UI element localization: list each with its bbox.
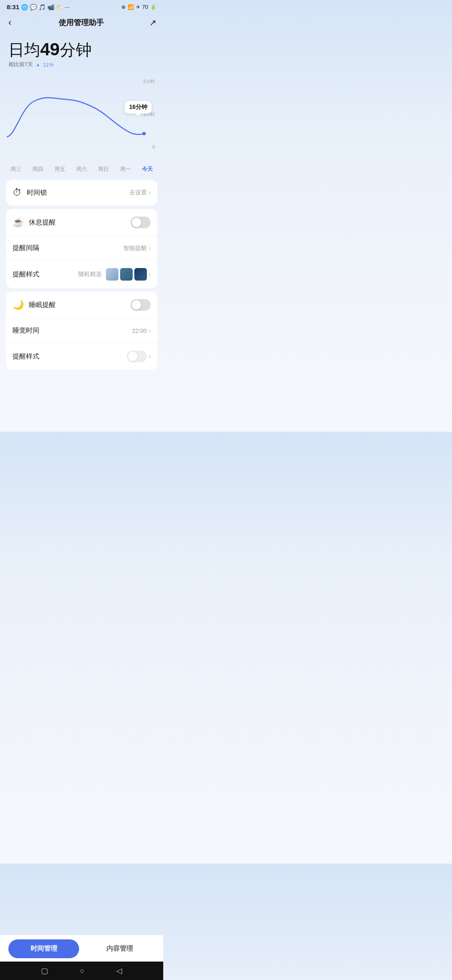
page-title: 使用管理助手 [59, 18, 104, 28]
stats-compare: 相比前7天 ▲ 11% [8, 61, 155, 68]
day-sun: 周日 [98, 165, 109, 173]
interval-row[interactable]: 提醒间隔 智能提醒 › [6, 236, 157, 260]
day-today: 今天 [142, 165, 153, 173]
time-lock-icon: ⏱ [13, 187, 22, 198]
airplane-icon: ✈ [136, 4, 140, 10]
status-icons: 🌐 💬 🎵 📹 ⛅ ··· [21, 4, 69, 10]
top-nav: ‹ 使用管理助手 ↗ [0, 12, 163, 35]
status-right: ⊕ 📶 ✈ 70 🔋 [121, 4, 157, 10]
sim-icon: ⊕ [121, 4, 126, 10]
y-label-bottom: 0 [152, 144, 155, 150]
daily-avg-value: 49 [40, 39, 60, 59]
rest-icon: ☕ [13, 217, 24, 228]
status-bar: 8:31 🌐 💬 🎵 📹 ⛅ ··· ⊕ 📶 ✈ 70 🔋 [0, 0, 163, 12]
style-value: 随机精选 [78, 271, 102, 278]
chart-svg [7, 78, 157, 150]
share-button[interactable]: ↗ [149, 18, 157, 28]
battery: 70 [142, 4, 148, 10]
sleep-icon: 🌙 [13, 299, 24, 310]
status-left: 8:31 🌐 💬 🎵 📹 ⛅ ··· [7, 3, 69, 10]
day-sat: 周六 [76, 165, 87, 173]
sleep-style-chevron-icon: › [149, 353, 151, 360]
compare-label: 相比前7天 [8, 61, 33, 68]
status-time: 8:31 [7, 3, 19, 10]
day-wed: 周三 [10, 165, 21, 173]
style-row[interactable]: 提醒样式 随机精选 › [6, 260, 157, 288]
sleep-style-label: 提醒样式 [13, 352, 39, 361]
day-fri: 周五 [54, 165, 65, 173]
back-button[interactable]: ‹ [7, 15, 13, 30]
rest-reminder-row: ☕ 休息提醒 [6, 209, 157, 236]
sleep-style-row[interactable]: 提醒样式 › [6, 343, 157, 370]
day-thu: 周四 [32, 165, 43, 173]
rest-label: 休息提醒 [29, 218, 56, 227]
chart-container: 2小时 1小时 0 16分钟 [0, 78, 163, 162]
battery-icon: 🔋 [150, 4, 157, 10]
daily-avg-display: 日均49分钟 [8, 40, 155, 59]
up-arrow-icon: ▲ [36, 62, 40, 67]
chart-tooltip: 16分钟 [125, 101, 152, 113]
sleep-time-row[interactable]: 睡觉时间 22:00 › [6, 318, 157, 343]
stats-header: 日均49分钟 相比前7天 ▲ 11% [0, 35, 163, 72]
daily-avg-label: 日均 [8, 41, 40, 59]
sleep-toggle[interactable] [131, 299, 151, 311]
sleep-time-value: 22:00 [132, 328, 147, 334]
time-lock-label: 时间锁 [27, 188, 47, 197]
sleep-reminder-row: 🌙 睡眠提醒 [6, 291, 157, 318]
time-lock-row[interactable]: ⏱ 时间锁 去设置 › [6, 180, 157, 206]
sleep-chevron-icon: › [149, 327, 151, 335]
rest-toggle[interactable] [131, 217, 151, 228]
tooltip-value: 16分钟 [129, 103, 147, 110]
rest-reminder-card: ☕ 休息提醒 提醒间隔 智能提醒 › 提醒样式 随机精选 › [6, 209, 157, 288]
interval-label: 提醒间隔 [13, 244, 39, 253]
compare-pct: 11% [43, 62, 54, 68]
y-label-top: 2小时 [143, 78, 155, 85]
style-thumbnails [106, 268, 147, 281]
go-set-label: 去设置 [129, 189, 147, 196]
style-label: 提醒样式 [13, 270, 39, 279]
day-labels: 周三 周四 周五 周六 周日 周一 今天 [0, 165, 163, 173]
chevron-right-icon: › [149, 189, 151, 196]
interval-chevron-icon: › [149, 245, 151, 252]
sleep-label: 睡眠提醒 [29, 301, 56, 309]
day-mon: 周一 [120, 165, 131, 173]
thumb-3 [134, 268, 147, 281]
interval-value: 智能提醒 [123, 245, 147, 252]
style-chevron-icon: › [149, 271, 151, 278]
chart-y-labels: 2小时 1小时 0 [143, 78, 155, 150]
wifi-icon: 📶 [128, 4, 134, 10]
sleep-reminder-card: 🌙 睡眠提醒 睡觉时间 22:00 › 提醒样式 › [6, 291, 157, 370]
sleep-style-toggle[interactable] [127, 351, 147, 362]
thumb-1 [106, 268, 118, 281]
sleep-time-label: 睡觉时间 [13, 326, 39, 335]
thumb-2 [120, 268, 133, 281]
time-lock-card: ⏱ 时间锁 去设置 › [6, 180, 157, 206]
daily-avg-unit: 分钟 [60, 41, 92, 59]
